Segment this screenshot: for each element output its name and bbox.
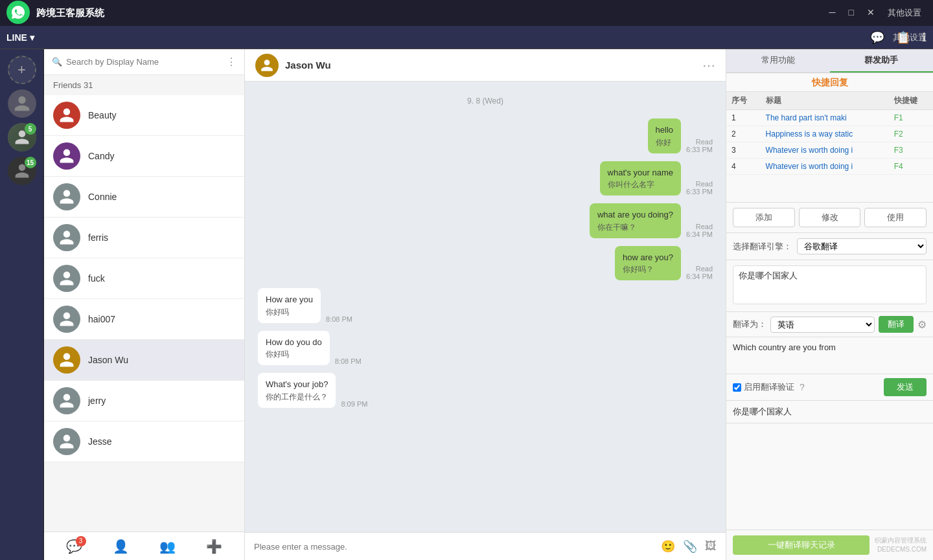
chat-area: Jason Wu ⋯ 9. 8 (Wed) Read 6:33 PM hello… <box>245 49 726 560</box>
shortcut-num-1: 1 <box>726 110 761 126</box>
translate-settings-icon[interactable]: ⚙ <box>917 319 927 331</box>
msg-meta-7: 8:09 PM <box>341 400 367 408</box>
translate-engine-select[interactable]: 谷歌翻译 百度翻译 <box>797 238 927 254</box>
friend-item-ferris[interactable]: ferris <box>44 218 244 258</box>
line-dropdown-btn[interactable]: LINE ▾ <box>6 32 34 43</box>
add-account-btn[interactable]: + <box>8 56 36 84</box>
attachment-icon[interactable]: 📎 <box>683 539 697 554</box>
friend-item-fuck[interactable]: fuck <box>44 258 244 299</box>
maximize-btn[interactable]: □ <box>844 6 859 20</box>
friends-search-bar: 🔍 ⋮ <box>44 49 244 75</box>
use-shortcut-btn[interactable]: 使用 <box>864 208 927 227</box>
friend-item-hai007[interactable]: hai007 <box>44 299 244 340</box>
shortcut-row-3[interactable]: 3 Whatever is worth doing i F3 <box>726 142 933 159</box>
translate-history-btn[interactable]: 一键翻译聊天记录 <box>733 535 870 555</box>
enable-translate-verify-checkbox[interactable] <box>733 383 741 392</box>
translate-to-select[interactable]: 英语 中文 日语 <box>770 317 875 333</box>
add-friend-btn[interactable]: ➕ <box>206 539 222 554</box>
account-avatar-3[interactable]: 15 <box>8 157 36 185</box>
chat-more-options-btn[interactable]: ⋯ <box>702 58 715 73</box>
account-avatar-1[interactable] <box>8 89 36 118</box>
msg-meta-3: Read 6:34 PM <box>686 223 713 238</box>
translate-to-label: 翻译为： <box>733 319 766 330</box>
friend-item-jerry[interactable]: jerry <box>44 381 244 421</box>
window-controls[interactable]: ─ □ ✕ 其他设置 <box>824 6 927 20</box>
search-icon: 🔍 <box>52 57 62 67</box>
shortcut-table-area: 序号 标题 快捷键 1 The hard part isn't maki F1 … <box>726 92 933 202</box>
contacts-tab-btn[interactable]: 👤 <box>113 539 129 554</box>
tab-common-functions[interactable]: 常用功能 <box>726 49 830 73</box>
shortcut-action-buttons: 添加 修改 使用 <box>726 202 933 233</box>
friend-name-fuck: fuck <box>88 273 105 284</box>
friend-name-jerry: jerry <box>88 396 106 406</box>
help-icon[interactable]: ? <box>800 382 805 392</box>
tab-group-send[interactable]: 群发助手 <box>830 49 934 73</box>
emoji-icon[interactable]: 🙂 <box>661 539 675 554</box>
message-row-1: Read 6:33 PM hello 你好 <box>258 118 713 153</box>
msg-bubble-5: How are you 你好吗 <box>258 288 321 323</box>
add-shortcut-btn[interactable]: 添加 <box>733 208 795 227</box>
search-input[interactable] <box>66 57 222 67</box>
friend-item-jesse[interactable]: Jesse <box>44 421 244 462</box>
translate-btn[interactable]: 翻译 <box>879 316 914 333</box>
header-left: LINE ▾ <box>6 32 34 43</box>
msg-meta-5: 8:08 PM <box>326 315 352 323</box>
icon-sidebar: + 5 15 <box>0 49 44 560</box>
friend-name-jesse: Jesse <box>88 436 112 447</box>
chat-messages: 9. 8 (Wed) Read 6:33 PM hello 你好 Read 6:… <box>245 82 726 532</box>
add-icon: + <box>17 62 26 78</box>
badge-15: 15 <box>25 157 36 168</box>
friend-item-candy[interactable]: Candy <box>44 136 244 177</box>
groups-tab-btn[interactable]: 👥 <box>159 539 176 554</box>
shortcut-table: 序号 标题 快捷键 1 The hard part isn't maki F1 … <box>726 92 933 175</box>
app-logo <box>6 1 30 26</box>
msg-meta-6: 8:08 PM <box>335 357 362 365</box>
account-avatar-2[interactable]: 5 <box>8 123 36 151</box>
chat-icon[interactable]: 💬 <box>870 30 884 45</box>
close-btn[interactable]: ✕ <box>862 6 880 20</box>
shortcut-row-2[interactable]: 2 Happiness is a way static F2 <box>726 126 933 142</box>
shortcut-num-3: 3 <box>726 142 761 159</box>
friend-item-beauty[interactable]: Beauty <box>44 95 244 136</box>
edit-shortcut-btn[interactable]: 修改 <box>799 208 861 227</box>
message-input[interactable] <box>254 542 654 552</box>
shortcut-row-1[interactable]: 1 The hard part isn't maki F1 <box>726 110 933 126</box>
friends-bottom-bar: 💬 3 👤 👥 ➕ <box>44 532 244 560</box>
shortcut-title-2: Happiness is a way static <box>761 126 889 142</box>
shortcut-key-1: F1 <box>889 110 933 126</box>
translated-output-text: Which country are you from <box>733 342 927 368</box>
minimize-btn[interactable]: ─ <box>824 6 841 20</box>
friends-count: Friends 31 <box>44 75 244 95</box>
shortcut-key-2: F2 <box>889 126 933 142</box>
friend-item-jason-wu[interactable]: Jason Wu <box>44 340 244 381</box>
shortcut-title-1: The hard part isn't maki <box>761 110 889 126</box>
translated-output-area: Which country are you from <box>726 337 933 374</box>
translate-engine-selector: 选择翻译引擎： 谷歌翻译 百度翻译 <box>726 233 933 260</box>
chat-tab-btn[interactable]: 💬 3 <box>66 539 82 554</box>
friend-name-hai007: hai007 <box>88 314 115 324</box>
translate-engine-label: 选择翻译引擎： <box>733 241 792 252</box>
translate-to-bar: 翻译为： 英语 中文 日语 翻译 ⚙ <box>726 312 933 337</box>
send-options-bar: 启用翻译验证 ? 发送 <box>726 374 933 401</box>
msg-bubble-1: hello 你好 <box>648 118 681 153</box>
chat-contact-avatar <box>255 54 279 77</box>
image-icon[interactable]: 🖼 <box>705 539 717 554</box>
title-bar: 跨境王客服系统 ─ □ ✕ 其他设置 <box>0 0 933 26</box>
right-panel: 常用功能 群发助手 快捷回复 序号 标题 快捷键 1 The hard part <box>726 49 933 560</box>
msg-bubble-6: How do you do 你好吗 <box>258 331 330 366</box>
message-row-6: How do you do 你好吗 8:08 PM <box>258 331 713 366</box>
msg-meta-2: Read 6:33 PM <box>686 180 713 196</box>
send-message-btn[interactable]: 发送 <box>884 378 927 396</box>
translate-input-textarea[interactable]: 你是哪个国家人 <box>733 265 927 304</box>
friend-item-connie[interactable]: Connie <box>44 177 244 218</box>
other-settings-btn[interactable]: 其他设置 <box>893 32 927 43</box>
shortcut-row-4[interactable]: 4 Whatever is worth doing i F4 <box>726 159 933 175</box>
col-header-key: 快捷键 <box>889 92 933 110</box>
dropdown-arrow-icon: ▾ <box>30 32 34 43</box>
header-bar: LINE ▾ 💬 📋 ℹ 其他设置 <box>0 26 933 49</box>
date-divider: 9. 8 (Wed) <box>258 96 713 106</box>
friends-list-items: Beauty Candy Connie ferris <box>44 95 244 532</box>
more-options-icon[interactable]: ⋮ <box>226 56 236 68</box>
app-title-text: 跨境王客服系统 <box>36 7 104 19</box>
other-settings-label: 其他设置 <box>882 6 927 20</box>
